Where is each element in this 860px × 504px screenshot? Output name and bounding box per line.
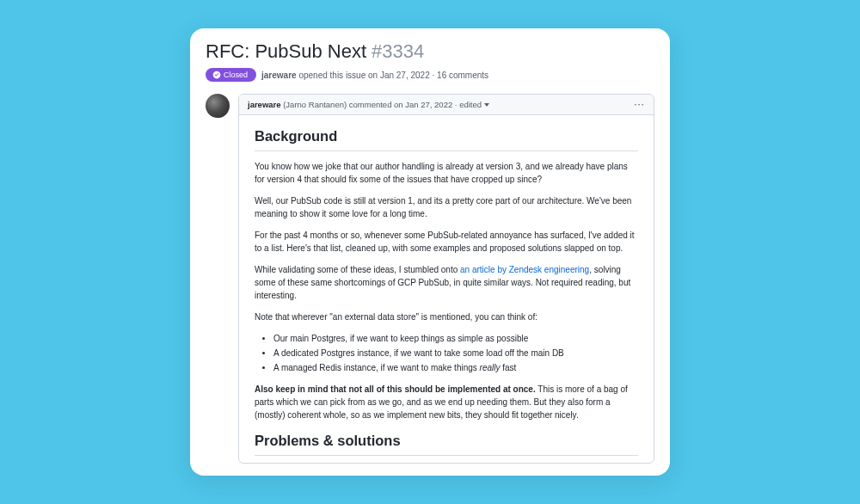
paragraph: You know how we joke that our author han… [255,160,638,186]
title-row: RFC: PubSub Next #3334 [206,40,654,63]
issue-title: RFC: PubSub Next [206,40,366,63]
comment-actions-menu[interactable]: ··· [635,100,645,109]
closed-icon [212,71,221,79]
zendesk-link[interactable]: an article by Zendesk engineering [460,265,589,274]
issue-meta: Closed jareware opened this issue on Jan… [206,68,654,82]
comment-header-text: jareware (Jarno Rantanen) commented on J… [248,100,489,109]
issue-meta-text: jareware opened this issue on Jan 27, 20… [261,71,488,80]
comment-author[interactable]: jareware [248,100,281,109]
heading-background: Background [255,126,638,151]
data-store-list: Our main Postgres, if we want to keep th… [273,332,638,374]
comment-header: jareware (Jarno Rantanen) commented on J… [239,95,654,115]
list-item: A managed Redis instance, if we want to … [273,361,638,374]
paragraph: While validating some of these ideas, I … [255,263,638,302]
comment-body: Background You know how we joke that our… [239,115,654,463]
list-item: Our main Postgres, if we want to keep th… [273,332,638,345]
chevron-down-icon [484,103,489,107]
avatar[interactable] [206,94,230,118]
issue-card: RFC: PubSub Next #3334 Closed jareware o… [190,28,670,476]
comment-container: jareware (Jarno Rantanen) commented on J… [206,94,654,464]
paragraph: Also keep in mind that not all of this s… [255,383,638,421]
status-badge-label: Closed [224,71,248,79]
heading-problems: Problems & solutions [255,430,638,456]
edited-indicator[interactable]: edited [459,100,489,109]
paragraph: Note that wherever "an external data sto… [255,310,638,323]
status-badge-closed: Closed [206,68,256,82]
list-item: A dedicated Postgres instance, if we wan… [273,347,638,360]
paragraph: For the past 4 months or so, whenever so… [255,229,638,255]
issue-author[interactable]: jareware [261,71,297,80]
issue-number: #3334 [372,40,424,63]
comment-box: jareware (Jarno Rantanen) commented on J… [238,94,654,464]
paragraph: Well, our PubSub code is still at versio… [255,194,638,220]
